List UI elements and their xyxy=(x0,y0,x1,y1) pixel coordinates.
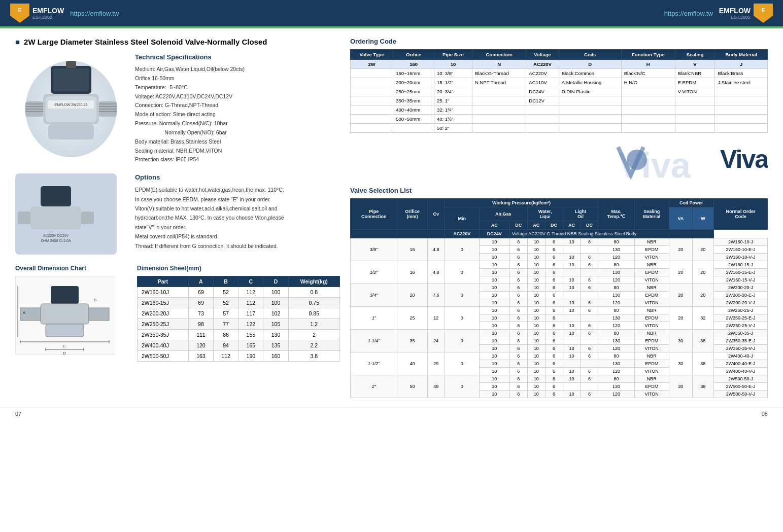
svg-marker-2 xyxy=(754,4,773,23)
svg-rect-14 xyxy=(48,124,94,139)
table-cell: 10 xyxy=(527,337,545,345)
table-cell: 130 xyxy=(598,246,634,254)
table-cell xyxy=(472,124,526,133)
table-cell: 10 xyxy=(527,391,545,398)
table-cell: 6 xyxy=(581,238,598,246)
table-cell: 80 xyxy=(598,238,634,246)
table-cell: 10 xyxy=(563,238,581,246)
table-cell: 6 xyxy=(581,375,598,383)
table-cell: 6 xyxy=(509,337,527,345)
svg-text:B: B xyxy=(94,298,96,302)
vs-subhead-empty xyxy=(351,230,445,238)
table-cell: 130 xyxy=(263,330,288,340)
table-cell: 80 xyxy=(598,261,634,269)
table-cell: 6 xyxy=(509,345,527,352)
table-row: 350~35mm25: 1"DC12V xyxy=(351,96,768,105)
table-cell: 10: 3/8" xyxy=(434,69,472,78)
oc-col-connection: Connection xyxy=(472,50,526,60)
table-cell: 2W400-40-E-J xyxy=(713,360,767,368)
vs-col-w: W xyxy=(692,207,713,230)
table-row: 2W200-20J73571171020.85 xyxy=(138,308,340,319)
table-cell: 10 xyxy=(527,299,545,307)
svg-rect-27 xyxy=(81,211,94,224)
table-cell: 10 xyxy=(563,261,581,269)
options-heading: Options xyxy=(135,173,284,181)
table-cell: EPDM xyxy=(634,314,669,322)
table-cell xyxy=(581,246,598,254)
table-cell: NBR xyxy=(634,375,669,383)
table-row: 1-1/4"3524010610610680NBR30382W350-35-J xyxy=(351,330,768,337)
table-cell: 6 xyxy=(545,391,563,398)
vs-col-dc2: DC xyxy=(545,221,563,230)
table-cell: 10 xyxy=(563,330,581,337)
logo-icon-left: E xyxy=(10,4,29,23)
table-row: 250~25mm20: 3/4"DC24VD:DIN PlasticV:VITO… xyxy=(351,87,768,96)
table-cell: 0 xyxy=(445,352,479,375)
table-cell: 6 xyxy=(509,330,527,337)
table-cell xyxy=(559,96,621,105)
table-cell: 130 xyxy=(598,383,634,391)
table-cell: A:Metallic Housing xyxy=(559,78,621,87)
table-cell: 10 xyxy=(563,307,581,314)
table-cell: 6 xyxy=(509,299,527,307)
table-cell xyxy=(621,105,675,115)
table-cell: 38 xyxy=(692,352,713,375)
viva-watermark: Viva Viva xyxy=(616,142,768,183)
table-cell: 10 xyxy=(479,284,509,292)
table-cell: 10 xyxy=(479,314,509,322)
options-text: Options EPDM(E):suitable to water,hot,wa… xyxy=(135,173,284,256)
main-content: 2W Large Diameter Stainless Steel Soleno… xyxy=(0,28,783,407)
product-image-area: EMFLOW 2W250-25 xyxy=(15,53,127,164)
table-cell: 10 xyxy=(563,352,581,360)
logo-right: EMFLOW EST.2002 E xyxy=(719,4,773,23)
table-cell: 10 xyxy=(479,352,509,360)
table-row: 1/2"164.8010610610680NBR20202W160-15-J xyxy=(351,261,768,269)
table-cell: 2W250-25J xyxy=(138,319,189,330)
table-cell: NBR xyxy=(634,330,669,337)
table-cell: 20: 3/4" xyxy=(434,87,472,96)
table-cell: DC12V xyxy=(526,96,559,105)
table-cell: 2W250-25-E-J xyxy=(713,314,767,322)
table-cell: 50 xyxy=(397,375,427,398)
table-cell: AC220V xyxy=(526,69,559,78)
table-cell: 48 xyxy=(427,375,445,398)
table-cell: 10 xyxy=(527,254,545,261)
table-cell xyxy=(351,96,393,105)
left-column: 2W Large Diameter Stainless Steel Soleno… xyxy=(15,38,340,398)
table-row: 1-1/2"4029010610610680NBR30382W400-40-J xyxy=(351,352,768,360)
logo-icon-right: E xyxy=(754,4,773,23)
options-image-area: AC220V DC24V OHM 2450 CI 2.0A xyxy=(15,173,127,256)
table-cell: 6 xyxy=(581,307,598,314)
table-cell: 100 xyxy=(263,287,288,298)
table-cell: 80 xyxy=(598,307,634,314)
table-cell: NBR xyxy=(634,352,669,360)
table-cell xyxy=(715,124,768,133)
table-cell: 30 xyxy=(669,352,692,375)
table-row: 2W350-35J111861551302 xyxy=(138,330,340,340)
table-cell: 6 xyxy=(581,284,598,292)
table-cell: NBR xyxy=(634,284,669,292)
table-cell: 6 xyxy=(581,352,598,360)
table-cell: 0 xyxy=(445,307,479,330)
svg-text:E: E xyxy=(762,8,765,13)
svg-rect-9 xyxy=(46,96,96,122)
table-cell: 3/8" xyxy=(351,238,397,261)
table-cell: 10 xyxy=(527,246,545,254)
vs-col-water: Water,Liqui xyxy=(527,207,563,221)
table-cell: 10 xyxy=(527,383,545,391)
tech-specs-heading: Technical Specifications xyxy=(135,53,340,61)
table-cell: 1-1/4" xyxy=(351,330,397,352)
table-cell: 6 xyxy=(509,276,527,284)
table-cell xyxy=(472,115,526,124)
valve-selection-section: Valve Selection List PipeConnection Orif… xyxy=(350,187,768,398)
table-cell: AC220V xyxy=(526,60,559,69)
table-cell: 3/4" xyxy=(351,284,397,307)
table-cell xyxy=(351,87,393,96)
ordering-code-section: Ordering Code Valve Type Orifice Pipe Si… xyxy=(350,38,768,133)
header-url-left: https://emflow.tw xyxy=(70,10,119,17)
table-cell: 2W200-20-E-J xyxy=(713,292,767,299)
table-cell xyxy=(715,115,768,124)
table-cell: 160~16mm xyxy=(393,69,434,78)
vs-col-sealing: SealingMaterial xyxy=(634,199,669,230)
viva-text: Viva xyxy=(720,145,768,174)
